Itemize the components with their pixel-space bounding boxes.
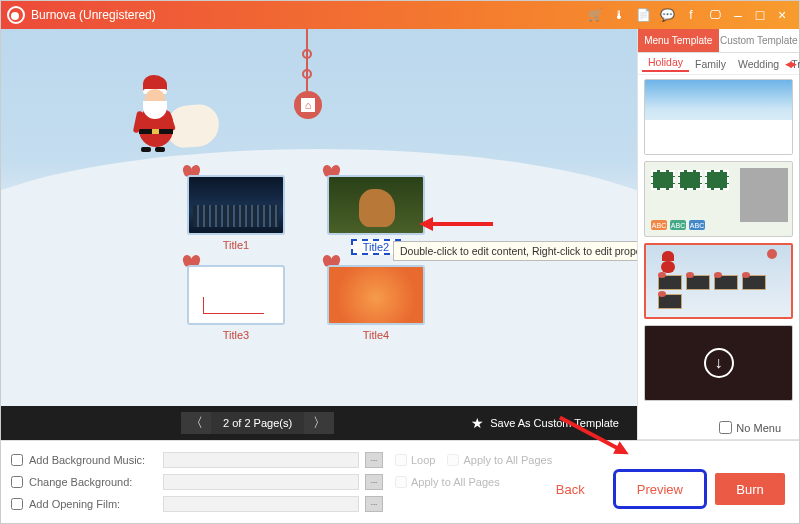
no-menu-checkbox[interactable] [719, 421, 732, 434]
annotation-arrow-1 [431, 222, 493, 226]
minimize-button[interactable]: – [731, 7, 745, 23]
thumb-label[interactable]: Title1 [187, 239, 285, 251]
apply-all-label: Apply to All Pages [463, 454, 552, 466]
template-sidebar: Menu Template Custom Template Holiday Fa… [637, 29, 799, 440]
chat-icon[interactable]: 💬 [658, 7, 676, 23]
bg-path-field[interactable] [163, 474, 359, 490]
save-template-label: Save As Custom Template [490, 417, 619, 429]
menu-thumb-1[interactable]: Title1 [187, 175, 285, 251]
apply-all-bg-checkbox [395, 476, 407, 488]
no-menu-label: No Menu [736, 422, 781, 434]
category-family[interactable]: Family [689, 58, 732, 70]
category-row: Holiday Family Wedding Tra ◀▶ [638, 53, 799, 75]
tab-custom-template[interactable]: Custom Template [719, 29, 800, 53]
apply-all-label: Apply to All Pages [411, 476, 500, 488]
browse-bg-button[interactable]: ··· [365, 474, 383, 490]
opening-film-label: Add Opening Film: [29, 498, 157, 510]
change-bg-checkbox[interactable] [11, 476, 23, 488]
no-menu-option[interactable]: No Menu [719, 421, 781, 434]
change-bg-label: Change Background: [29, 476, 157, 488]
template-item-2[interactable]: ABC ABC ABC [644, 161, 793, 237]
page-indicator: 2 of 2 Page(s) [211, 417, 304, 429]
opening-film-checkbox[interactable] [11, 498, 23, 510]
music-path-field[interactable] [163, 452, 359, 468]
loop-checkbox [395, 454, 407, 466]
loop-label: Loop [411, 454, 435, 466]
preview-button[interactable]: Preview [617, 473, 703, 505]
badge: ABC [651, 220, 667, 230]
category-wedding[interactable]: Wedding [732, 58, 785, 70]
app-title: Burnova (Unregistered) [31, 8, 156, 22]
page-next-button[interactable]: 〉 [304, 412, 334, 434]
tab-menu-template[interactable]: Menu Template [638, 29, 719, 53]
save-custom-template-button[interactable]: ★ Save As Custom Template [471, 415, 619, 431]
badge: ABC [670, 220, 686, 230]
badge: ABC [689, 220, 705, 230]
close-button[interactable]: × [775, 7, 789, 23]
burn-button[interactable]: Burn [715, 473, 785, 505]
menu-canvas: Title1 Title2 Title3 Title4 Doub [1, 29, 637, 406]
download-icon: ↓ [704, 348, 734, 378]
browse-film-button[interactable]: ··· [365, 496, 383, 512]
edit-tooltip: Double-click to edit content, Right-clic… [393, 241, 637, 261]
action-buttons: Back Preview Burn [536, 473, 785, 505]
pager-bar: 〈 2 of 2 Page(s) 〉 ★ Save As Custom Temp… [1, 406, 637, 440]
thumb-label[interactable]: Title4 [327, 329, 425, 341]
hill-bg [1, 149, 637, 406]
category-holiday[interactable]: Holiday [642, 56, 689, 72]
apply-all-music-checkbox [447, 454, 459, 466]
home-ornament-icon[interactable] [294, 91, 322, 119]
menu-thumb-4[interactable]: Title4 [327, 265, 425, 341]
monitor-icon[interactable]: 🖵 [706, 7, 724, 23]
star-icon: ★ [471, 415, 484, 431]
cart-icon[interactable]: 🛒 [586, 7, 604, 23]
add-music-label: Add Background Music: [29, 454, 157, 466]
maximize-button[interactable]: □ [753, 7, 767, 23]
titlebar: Burnova (Unregistered) 🛒 🌡 📄 💬 f 🖵 – □ × [1, 1, 799, 29]
add-music-checkbox[interactable] [11, 454, 23, 466]
app-logo-icon [7, 6, 25, 24]
page-prev-button[interactable]: 〈 [181, 412, 211, 434]
santa-illustration [121, 71, 201, 161]
browse-music-button[interactable]: ··· [365, 452, 383, 468]
category-scroll-icon[interactable]: ◀▶ [785, 59, 795, 69]
facebook-icon[interactable]: f [682, 7, 700, 23]
menu-thumb-3[interactable]: Title3 [187, 265, 285, 341]
template-item-1[interactable] [644, 79, 793, 155]
ornament-cord [306, 29, 308, 91]
thermometer-icon[interactable]: 🌡 [610, 7, 628, 23]
thumb-label[interactable]: Title3 [187, 329, 285, 341]
back-button[interactable]: Back [536, 473, 605, 505]
document-icon[interactable]: 📄 [634, 7, 652, 23]
template-item-download[interactable]: ↓ [644, 325, 793, 401]
template-item-3-selected[interactable] [644, 243, 793, 319]
opening-film-field[interactable] [163, 496, 359, 512]
